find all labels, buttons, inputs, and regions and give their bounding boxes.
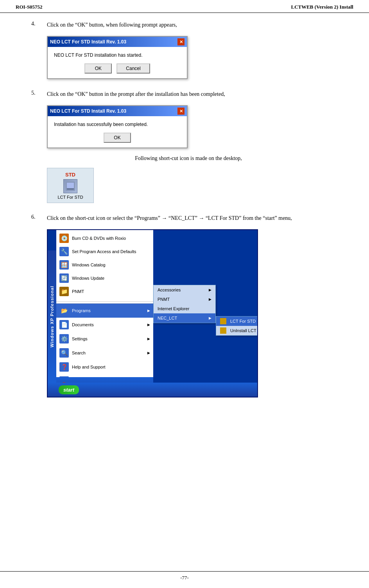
step-5-text: Click on the “OK” button in the prompt a… [47,90,225,98]
sm-sub-nec-lct-arrow: ▶ [209,316,211,320]
sm-item-help[interactable]: ❓ Help and Support [56,360,153,374]
step-6-row: 6. Click on the short-cut icon or select… [31,214,346,222]
sm-item-set-program[interactable]: 🔧 Set Program Access and Defaults [56,245,153,258]
sm-item-programs-arrow: ▶ [147,309,150,313]
start-button-label: start [63,387,74,393]
sm-item-win-update[interactable]: 🔄 Windows Update [56,272,153,285]
shortcut-label-top: STD [65,172,75,178]
sm-item-pnmt-top[interactable]: 📁 PNMT [56,285,153,298]
sm-item-settings[interactable]: ⚙️ Settings ▶ [56,332,153,346]
nec-lct-submenu: LCT For STD UnInstall LCT For STD [216,316,258,336]
sm-sub-lct-for-std[interactable]: LCT For STD [216,316,258,326]
sm-item-win-update-label: Windows Update [72,276,104,281]
sm-taskbar-left [48,383,56,397]
sm-sub-uninstall-lct-label: UnInstall LCT For STD [230,328,258,333]
dialog-2-titlebar: NEO LCT For STD Install Rev. 1.03 ✕ [48,106,187,116]
startmenu-wrapper: Windows XP Professional 💿 Burn CD & DVDs… [47,229,346,397]
svg-rect-1 [67,183,74,188]
sm-sub-accessories[interactable]: Accessories ▶ [154,285,215,295]
sm-item-run[interactable]: 🖥️ Run... [56,374,153,377]
dialog-2-close-button[interactable]: ✕ [177,108,184,115]
dialog-2-body: Installation has successfully been compl… [48,116,187,147]
shortcut-icon-box[interactable]: STD LCT For STD [47,168,94,203]
sm-divider-1 [56,301,153,302]
dialog-1-close-button[interactable]: ✕ [177,38,184,45]
sm-sub-uninstall-lct[interactable]: UnInstall LCT For STD [216,326,258,335]
sm-item-pnmt-top-label: PNMT [72,289,84,294]
sm-sub-nec-lct-label: NEC_LCT [158,316,177,320]
sm-taskbar-bottom: start [56,383,257,397]
dialog-2-wrapper: NEO LCT For STD Install Rev. 1.03 ✕ Inst… [47,105,346,148]
windows-xp-label: Windows XP Professional [48,250,56,383]
header-left: ROI-S05752 [16,4,43,10]
page-footer: -77- [0,571,369,584]
step-4-block: 4. Click on the “OK” button, when follow… [31,21,346,79]
startmenu-image: Windows XP Professional 💿 Burn CD & DVDs… [47,229,258,397]
sm-sub-nec-lct[interactable]: NEC_LCT ▶ [154,313,215,323]
sm-item-win-catalog-label: Windows Catalog [72,263,106,267]
sm-sub-lct-for-std-label: LCT For STD [230,319,256,324]
dialog-1-message: NEO LCT For STD installation has started… [54,52,181,58]
step-4-row: 4. Click on the “OK” button, when follow… [31,21,346,29]
sm-item-search[interactable]: 🔍 Search ▶ [56,346,153,360]
sm-item-programs[interactable]: 📂 Programs ▶ [56,304,153,318]
sm-left-bottom: 📂 Programs ▶ 📄 Documents ▶ ⚙️ [56,303,153,377]
step-5-block: 5. Click on the “OK” button in the promp… [31,90,346,203]
caption-text: Following short-cut icon is made on the … [31,155,346,162]
footer-text: -77- [180,575,189,581]
dialog-2-buttons: OK [54,133,181,143]
sm-sub-pnmt-label: PNMT [158,297,170,302]
sm-sub-pnmt[interactable]: PNMT ▶ [154,295,215,304]
dialog-2: NEO LCT For STD Install Rev. 1.03 ✕ Inst… [47,105,188,148]
sm-item-documents[interactable]: 📄 Documents ▶ [56,318,153,332]
dialog-1-cancel-button[interactable]: Cancel [116,63,150,74]
dialog-1-titlebar: NEO LCT For STD Install Rev. 1.03 ✕ [48,37,187,47]
dialog-1: NEO LCT For STD Install Rev. 1.03 ✕ NEO … [47,36,188,79]
sm-item-burn-cd-label: Burn CD & DVDs with Roxio [72,236,126,241]
dialog-2-ok-button[interactable]: OK [104,133,131,143]
step-5-row: 5. Click on the “OK” button in the promp… [31,90,346,98]
sm-item-documents-label: Documents [72,322,94,327]
dialog-1-buttons: OK Cancel [54,63,181,74]
step-6-block: 6. Click on the short-cut icon or select… [31,214,346,397]
lct-for-std-icon [220,318,226,324]
sm-item-search-label: Search [72,351,86,355]
sm-sub-accessories-label: Accessories [158,288,181,292]
dialog-2-title: NEO LCT For STD Install Rev. 1.03 [50,108,126,114]
step-6-number: 6. [31,214,47,220]
dialog-1-ok-button[interactable]: OK [84,63,112,74]
sm-item-search-arrow: ▶ [147,351,150,355]
sm-sub-accessories-arrow: ▶ [209,288,211,292]
sm-item-settings-arrow: ▶ [147,337,150,341]
sm-item-help-label: Help and Support [72,365,106,369]
page-header: ROI-S05752 LCTWEB (Version 2) Install [0,0,369,13]
sm-sub-ie-label: Internet Explorer [158,306,189,311]
sm-item-settings-label: Settings [72,336,88,341]
uninstall-icon [220,327,226,334]
sm-sub-pnmt-arrow: ▶ [209,297,211,301]
step-6-text: Click on the short-cut icon or select th… [47,214,292,222]
dialog-1-title: NEO LCT For STD Install Rev. 1.03 [50,39,126,45]
header-right: LCTWEB (Version 2) Install [291,4,353,10]
sm-item-set-program-label: Set Program Access and Defaults [72,249,136,254]
shortcut-icon-img [63,179,77,193]
dialog-1-body: NEO LCT For STD installation has started… [48,47,187,78]
sm-item-burn-cd[interactable]: 💿 Burn CD & DVDs with Roxio [56,232,153,245]
programs-submenu: Accessories ▶ PNMT ▶ Internet Explorer N… [153,285,216,323]
step-4-number: 4. [31,21,47,27]
svg-rect-2 [67,188,74,190]
step-5-number: 5. [31,90,47,96]
page-content: 4. Click on the “OK” button, when follow… [0,13,369,424]
dialog-2-message: Installation has successfully been compl… [54,122,181,127]
shortcut-wrapper: STD LCT For STD [47,168,346,203]
sm-sub-ie[interactable]: Internet Explorer [154,304,215,313]
dialog-1-wrapper: NEO LCT For STD Install Rev. 1.03 ✕ NEO … [47,36,346,79]
shortcut-label-bottom: LCT For STD [57,195,83,200]
sm-item-win-catalog[interactable]: 🪟 Windows Catalog [56,258,153,272]
sm-item-programs-label: Programs [72,308,91,313]
step-4-text: Click on the “OK” button, when following… [47,21,177,29]
sm-item-documents-arrow: ▶ [147,323,150,327]
start-button[interactable]: start [59,385,79,394]
